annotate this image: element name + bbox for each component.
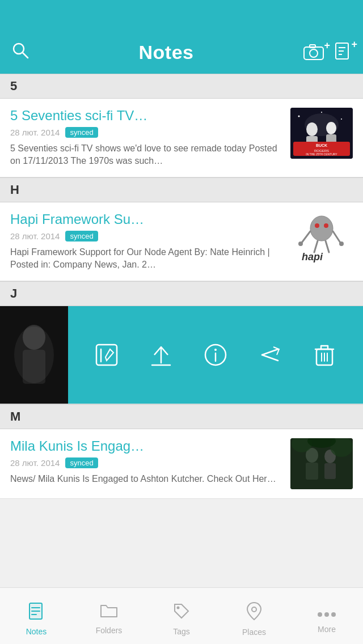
note-title: 5 Seventies sci-fi TV…: [10, 108, 226, 124]
svg-line-1: [23, 53, 28, 58]
note-meta: 28 лют. 2014 synced: [10, 127, 284, 138]
svg-point-14: [298, 116, 300, 117]
note-title-hapi: Hapi Framework Su…: [10, 211, 226, 227]
note-title-mila: Mila Kunis Is Engag…: [10, 438, 226, 454]
svg-line-45: [262, 355, 278, 361]
tab-tags[interactable]: Tags: [145, 596, 218, 636]
note-content-hapi: Hapi Framework Su… 28 лют. 2014 synced H…: [10, 211, 290, 272]
header-icons-right: + +: [303, 42, 352, 63]
note-preview-mila: News/ Mila Kunis Is Engaged to Ashton Ku…: [10, 473, 284, 485]
synced-badge-mila: synced: [65, 457, 98, 468]
svg-text:BUCK: BUCK: [316, 143, 327, 147]
svg-point-66: [177, 606, 180, 609]
synced-badge: synced: [65, 127, 98, 138]
note-content-mila: Mila Kunis Is Engag… 28 лют. 2014 synced…: [10, 438, 290, 489]
header-title: Notes: [139, 41, 194, 63]
svg-point-15: [341, 118, 342, 120]
note-content: 5 Seventies sci-fi TV… 28 лют. 2014 sync…: [10, 108, 290, 168]
note-date-mila: 28 лют. 2014: [10, 458, 60, 468]
svg-rect-4: [310, 45, 315, 48]
swipe-delete-button[interactable]: [305, 335, 344, 375]
note-preview: 5 Seventies sci-fi TV shows we'd love to…: [10, 142, 284, 168]
svg-point-67: [252, 607, 256, 612]
svg-point-23: [310, 216, 333, 241]
note-thumbnail-hapi: hapi: [290, 211, 353, 262]
note-thumbnail-buck-rogers: BUCK ROGERS IN THE 25TH CENTURY: [290, 108, 353, 159]
section-header-j: J: [0, 281, 363, 306]
note-thumbnail-mila: [290, 438, 353, 489]
svg-point-36: [14, 327, 54, 383]
note-meta-mila: 28 лют. 2014 synced: [10, 457, 284, 468]
tab-folders[interactable]: Folders: [73, 598, 145, 635]
tab-bar: Notes Folders Tags Places: [0, 587, 363, 644]
header: Notes + +: [0, 0, 363, 74]
swipe-upload-button[interactable]: [141, 335, 181, 375]
note-date: 28 лют. 2014: [10, 128, 60, 137]
note-item-hapi[interactable]: Hapi Framework Su… 28 лют. 2014 synced H…: [0, 202, 363, 281]
note-item-5-seventies[interactable]: 5 Seventies sci-fi TV… 28 лют. 2014 sync…: [0, 99, 363, 177]
svg-point-21: [305, 113, 339, 136]
note-preview-hapi: Hapi Framework Support for Our Node Agen…: [10, 246, 284, 272]
swipe-share-button[interactable]: [250, 335, 290, 375]
svg-point-69: [324, 612, 329, 617]
section-header-5: 5: [0, 74, 363, 99]
places-tab-label: Places: [242, 628, 266, 637]
swipe-info-button[interactable]: [196, 335, 235, 375]
svg-point-29: [339, 242, 344, 246]
svg-point-27: [298, 242, 303, 246]
svg-point-25: [324, 223, 328, 228]
section-header-h: H: [0, 177, 363, 202]
svg-line-44: [262, 349, 278, 355]
folders-tab-icon: [100, 603, 118, 623]
svg-point-24: [315, 223, 319, 228]
swipe-edit-button[interactable]: [87, 335, 126, 375]
more-tab-icon: [316, 604, 337, 622]
tab-more[interactable]: More: [290, 598, 363, 634]
tags-tab-label: Tags: [173, 627, 190, 636]
search-icon[interactable]: [11, 41, 29, 63]
folders-tab-label: Folders: [96, 626, 123, 635]
more-tab-label: More: [318, 625, 336, 634]
tab-notes[interactable]: Notes: [0, 596, 73, 636]
camera-add-button[interactable]: +: [303, 43, 324, 62]
swipe-actions-panel: [68, 306, 363, 404]
new-note-button[interactable]: +: [335, 42, 352, 63]
svg-point-42: [214, 349, 217, 351]
camera-plus-icon: +: [324, 40, 330, 52]
places-tab-icon: [246, 601, 262, 625]
tags-tab-icon: [172, 602, 191, 624]
note-item-j-swiped[interactable]: [0, 306, 363, 404]
note-item-mila[interactable]: Mila Kunis Is Engag… 28 лют. 2014 synced…: [0, 429, 363, 499]
note-plus-icon: +: [351, 39, 357, 50]
svg-point-16: [321, 112, 322, 113]
svg-point-68: [318, 612, 322, 617]
note-thumbnail-j: [0, 306, 68, 404]
svg-point-3: [310, 49, 318, 57]
note-meta-hapi: 28 лют. 2014 synced: [10, 231, 284, 242]
section-header-m: M: [0, 404, 363, 429]
svg-point-70: [331, 612, 336, 617]
svg-rect-56: [306, 463, 318, 480]
note-date-hapi: 28 лют. 2014: [10, 231, 60, 241]
tab-places[interactable]: Places: [218, 596, 290, 637]
svg-text:hapi: hapi: [302, 251, 323, 262]
svg-text:IN THE 25TH CENTURY: IN THE 25TH CENTURY: [306, 152, 337, 156]
notes-tab-label: Notes: [26, 627, 47, 636]
svg-rect-58: [324, 463, 336, 479]
notes-tab-icon: [27, 602, 45, 624]
synced-badge-hapi: synced: [65, 231, 98, 242]
